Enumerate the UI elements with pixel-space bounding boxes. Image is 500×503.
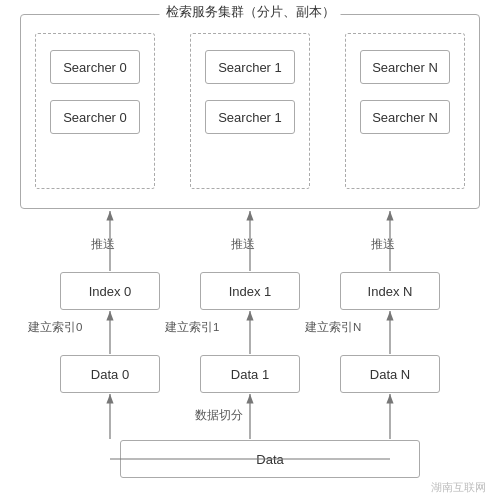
index-label-1: 建立索引1 (165, 320, 219, 335)
searcher-n-top: Searcher N (360, 50, 450, 84)
watermark: 湖南互联网 (431, 480, 486, 495)
index-n: Index N (340, 272, 440, 310)
cluster-box: 检索服务集群（分片、副本） Searcher 0 Searcher 0 Sear… (20, 14, 480, 209)
searcher-0-bottom: Searcher 0 (50, 100, 140, 134)
data-main: Data (120, 440, 420, 478)
shard-container-n: Searcher N Searcher N (345, 33, 465, 189)
data-shard-n: Data N (340, 355, 440, 393)
index-1: Index 1 (200, 272, 300, 310)
push-label-0: 推送 (91, 237, 115, 252)
index-label-n: 建立索引N (305, 320, 361, 335)
data-partition-label: 数据切分 (195, 408, 243, 423)
searcher-1-bottom: Searcher 1 (205, 100, 295, 134)
push-label-1: 推送 (231, 237, 255, 252)
shard-container-0: Searcher 0 Searcher 0 (35, 33, 155, 189)
diagram: 检索服务集群（分片、副本） Searcher 0 Searcher 0 Sear… (0, 0, 500, 503)
searcher-0-top: Searcher 0 (50, 50, 140, 84)
data-shard-1: Data 1 (200, 355, 300, 393)
shard-container-1: Searcher 1 Searcher 1 (190, 33, 310, 189)
index-0: Index 0 (60, 272, 160, 310)
cluster-label: 检索服务集群（分片、副本） (160, 3, 341, 21)
push-label-n: 推送 (371, 237, 395, 252)
index-label-0: 建立索引0 (28, 320, 82, 335)
searcher-1-top: Searcher 1 (205, 50, 295, 84)
searcher-n-bottom: Searcher N (360, 100, 450, 134)
data-shard-0: Data 0 (60, 355, 160, 393)
